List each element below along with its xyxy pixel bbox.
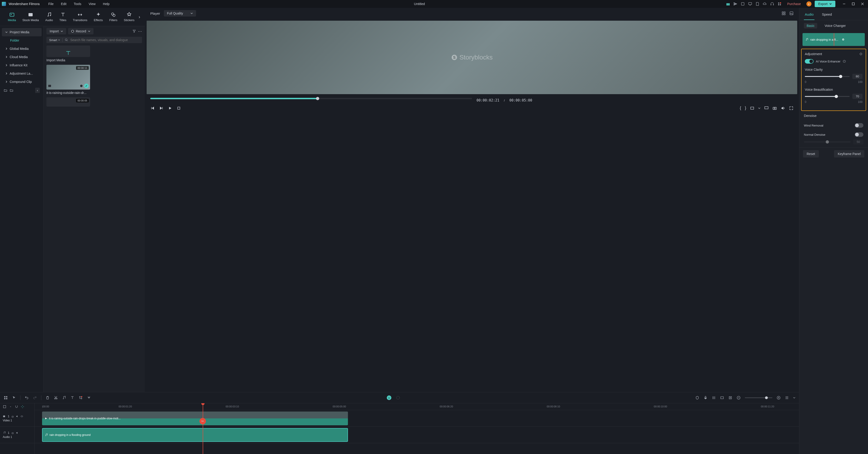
tab-titles[interactable]: Titles xyxy=(56,10,70,24)
keyframe-icon[interactable] xyxy=(728,396,733,400)
sub-tab-voice-changer[interactable]: Voice Changer xyxy=(822,23,848,29)
record-button[interactable]: Record xyxy=(68,28,94,34)
new-folder-icon[interactable] xyxy=(4,89,7,92)
smart-dropdown[interactable]: Smart xyxy=(49,38,60,42)
keyframe-marker[interactable] xyxy=(842,39,844,40)
import-media-placeholder[interactable]: ┬ xyxy=(46,45,90,57)
chevron-down-icon[interactable] xyxy=(758,107,761,109)
playback-progress[interactable] xyxy=(150,98,472,99)
cut-icon[interactable] xyxy=(54,396,58,400)
media-clip[interactable]: 00:00:05 xyxy=(46,97,90,106)
video-preview[interactable]: S Storyblocks xyxy=(147,21,797,94)
audio-clip[interactable]: rain dropping in a flooding ground xyxy=(42,428,348,442)
minimize-button[interactable] xyxy=(840,1,848,7)
snapshot-icon[interactable] xyxy=(772,106,777,110)
sidebar-project-media[interactable]: Project Media xyxy=(2,28,41,36)
panel-tab-speed[interactable]: Speed xyxy=(821,10,833,20)
tab-transitions[interactable]: Transitions xyxy=(70,10,91,24)
mute-icon[interactable] xyxy=(16,415,19,418)
help-icon[interactable]: ? xyxy=(843,60,846,63)
timeline-ruler[interactable]: |00:00 00:00:01:20 00:00:03:10 00:00:05:… xyxy=(34,403,799,410)
pointer-icon[interactable] xyxy=(12,396,16,400)
user-avatar[interactable]: c xyxy=(806,1,811,6)
maximize-button[interactable] xyxy=(849,1,857,7)
send-icon[interactable] xyxy=(733,2,738,6)
sidebar-folder[interactable]: Folder xyxy=(2,36,41,44)
voice-beautification-value[interactable]: 70 xyxy=(852,94,863,99)
scissors-icon[interactable]: ✂ xyxy=(199,418,206,424)
sidebar-cloud-media[interactable]: Cloud Media xyxy=(2,53,41,61)
sidebar-global-media[interactable]: Global Media xyxy=(2,44,41,53)
ai-voice-enhancer-toggle[interactable] xyxy=(805,59,813,64)
redo-icon[interactable] xyxy=(33,396,37,400)
audio-track-header[interactable]: 1 Audio 1 xyxy=(0,427,34,443)
zoom-out-icon[interactable] xyxy=(737,396,741,400)
export-frame-icon[interactable] xyxy=(720,396,724,400)
lock-icon[interactable] xyxy=(11,415,14,418)
menu-file[interactable]: File xyxy=(45,1,57,7)
save-icon[interactable] xyxy=(755,2,760,6)
delete-icon[interactable] xyxy=(45,396,50,400)
link-icon[interactable] xyxy=(9,405,12,409)
track-add-icon[interactable] xyxy=(3,405,6,409)
video-track[interactable]: it-is-raining-outside-rain-drops-break-i… xyxy=(34,410,799,427)
folder-icon[interactable] xyxy=(10,89,13,92)
close-button[interactable] xyxy=(859,1,866,7)
mark-in-button[interactable]: { xyxy=(740,106,741,110)
voice-clarity-value[interactable]: 80 xyxy=(852,74,863,79)
zoom-in-icon[interactable] xyxy=(777,396,781,400)
list-view-icon[interactable] xyxy=(785,396,789,400)
more-button[interactable]: ⋯ xyxy=(138,29,142,34)
lock-icon[interactable] xyxy=(11,431,14,434)
diamond-icon[interactable] xyxy=(859,52,863,56)
video-clip[interactable]: it-is-raining-outside-rain-drops-break-i… xyxy=(42,412,348,425)
sub-tab-basic[interactable]: Basic xyxy=(804,23,817,29)
search-input[interactable] xyxy=(70,38,139,42)
menu-tools[interactable]: Tools xyxy=(70,1,85,7)
panel-tab-audio[interactable]: Audio xyxy=(804,10,814,20)
headphones-icon[interactable] xyxy=(770,2,774,6)
menu-help[interactable]: Help xyxy=(100,1,113,7)
tab-media[interactable]: Media xyxy=(5,10,19,24)
picture-icon[interactable] xyxy=(789,11,794,15)
purchase-button[interactable]: Purchase xyxy=(785,1,803,7)
ai-face-icon[interactable] xyxy=(386,395,392,400)
video-track-header[interactable]: 1 Video 1 xyxy=(0,410,34,427)
chevron-down-icon[interactable] xyxy=(793,397,795,399)
more-tools-icon[interactable] xyxy=(87,396,91,400)
sidebar-compound-clip[interactable]: Compound Clip xyxy=(2,77,41,86)
next-frame-button[interactable] xyxy=(159,106,164,110)
grid-view-icon[interactable] xyxy=(782,11,786,15)
filter-icon[interactable] xyxy=(132,29,136,33)
notes-icon[interactable] xyxy=(741,2,745,6)
export-button[interactable]: Export xyxy=(815,1,835,7)
menu-view[interactable]: View xyxy=(86,1,99,7)
audio-mixer-icon[interactable] xyxy=(712,396,716,400)
layout-icon[interactable] xyxy=(4,396,8,400)
voice-beautification-slider[interactable] xyxy=(805,96,849,97)
import-button[interactable]: Import xyxy=(46,28,66,34)
voiceover-icon[interactable] xyxy=(704,396,708,400)
cloud-icon[interactable] xyxy=(763,2,767,6)
collapse-sidebar-button[interactable]: ‹ xyxy=(35,88,40,93)
zoom-slider[interactable] xyxy=(745,397,772,398)
sidebar-adjustment-layer[interactable]: Adjustment La... xyxy=(2,69,41,77)
play-button[interactable] xyxy=(168,106,173,110)
menu-edit[interactable]: Edit xyxy=(58,1,70,7)
stop-button[interactable] xyxy=(177,106,181,110)
gift-icon[interactable] xyxy=(726,2,730,6)
desktop-icon[interactable] xyxy=(748,2,752,6)
tab-effects[interactable]: Effects xyxy=(91,10,106,24)
text-icon[interactable] xyxy=(70,396,74,400)
keyframe-panel-button[interactable]: Keyframe Panel xyxy=(834,150,864,158)
mute-icon[interactable] xyxy=(16,431,19,434)
voice-clarity-slider[interactable] xyxy=(805,76,849,77)
sidebar-influence-kit[interactable]: Influence Kit xyxy=(2,61,41,69)
audio-track[interactable]: rain dropping in a flooding ground xyxy=(34,427,799,443)
reset-button[interactable]: Reset xyxy=(803,150,819,158)
quality-dropdown[interactable]: Full Quality xyxy=(164,10,196,17)
monitor-icon[interactable] xyxy=(764,106,769,110)
media-clip[interactable]: 00:00:11 ✓ xyxy=(46,65,90,90)
music-icon[interactable] xyxy=(62,396,66,400)
undo-icon[interactable] xyxy=(25,396,29,400)
